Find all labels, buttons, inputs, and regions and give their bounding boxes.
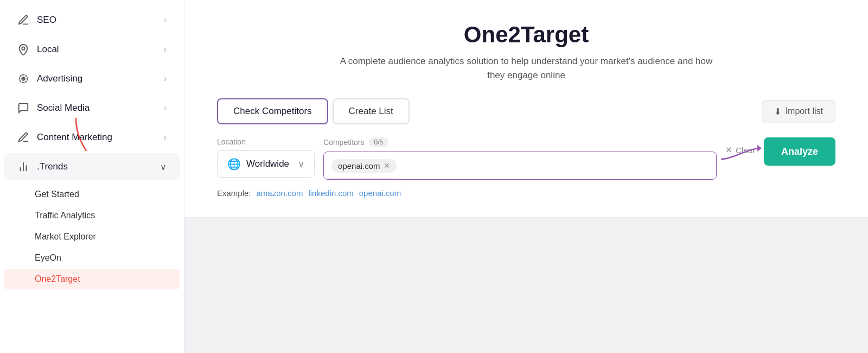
import-list-label: Import list — [786, 106, 823, 116]
competitor-tag-openai: openai.com ✕ — [331, 159, 397, 173]
clear-button[interactable]: ✕ Clear — [725, 137, 755, 155]
example-link-amazon[interactable]: amazon.com — [257, 188, 303, 198]
local-icon — [17, 43, 29, 55]
trends-subnav: Get Started Traffic Analytics Market Exp… — [0, 181, 184, 292]
advertising-icon — [17, 73, 29, 85]
competitors-label-row: Competitors 0/5 — [323, 137, 717, 147]
tab-create-list[interactable]: Create List — [333, 98, 410, 124]
social-media-label: Social Media — [37, 103, 90, 114]
sidebar-item-social-media[interactable]: Social Media › — [4, 94, 180, 122]
import-list-button[interactable]: ⬇ Import list — [762, 100, 835, 123]
examples-row: Example: amazon.com linkedin.com openai.… — [217, 188, 835, 198]
trends-chevron: ∨ — [160, 162, 167, 172]
sidebar: SEO › Local › Advertising › — [0, 0, 184, 353]
tab-check-competitors[interactable]: Check Competitors — [217, 98, 328, 124]
sidebar-item-eyeon[interactable]: EyeOn — [4, 248, 180, 268]
sidebar-item-content-marketing[interactable]: Content Marketing › — [4, 124, 180, 151]
sidebar-item-traffic-analytics[interactable]: Traffic Analytics — [4, 205, 180, 226]
sidebar-item-market-explorer[interactable]: Market Explorer — [4, 226, 180, 247]
clear-icon: ✕ — [725, 145, 732, 155]
tabs-row: Check Competitors Create List ⬇ Import l… — [217, 98, 835, 124]
location-dropdown[interactable]: 🌐 Worldwide ∨ — [217, 150, 315, 178]
location-chevron-icon: ∨ — [298, 159, 304, 170]
clear-label: Clear — [736, 146, 755, 155]
trends-icon — [17, 161, 29, 173]
tab-group: Check Competitors Create List — [217, 98, 410, 124]
analyze-button[interactable]: Analyze — [764, 137, 835, 166]
sidebar-item-seo[interactable]: SEO › — [4, 7, 180, 34]
content-marketing-label: Content Marketing — [37, 132, 112, 143]
content-marketing-chevron: › — [164, 133, 167, 142]
trends-label: .Trends — [37, 161, 68, 172]
examples-label: Example: — [217, 188, 251, 198]
form-row: Location 🌐 Worldwide ∨ Competitors 0/5 o… — [217, 137, 835, 180]
page-title: One2Target — [217, 22, 835, 48]
main-content: One2Target A complete audience analytics… — [184, 0, 868, 353]
bottom-section — [184, 218, 868, 353]
location-field-group: Location 🌐 Worldwide ∨ — [217, 137, 315, 178]
sidebar-item-one2target[interactable]: One2Target — [4, 269, 180, 289]
hero-section: One2Target A complete audience analytics… — [184, 0, 868, 218]
content-marketing-icon — [17, 131, 29, 143]
competitor-tag-label: openai.com — [338, 161, 380, 171]
local-label: Local — [37, 44, 59, 55]
competitors-field-group: Competitors 0/5 openai.com ✕ — [323, 137, 717, 180]
globe-icon: 🌐 — [227, 157, 241, 171]
advertising-label: Advertising — [37, 73, 82, 84]
social-media-icon — [17, 102, 29, 114]
social-media-chevron: › — [164, 103, 167, 113]
sidebar-item-get-started[interactable]: Get Started — [4, 184, 180, 205]
example-link-linkedin[interactable]: linkedin.com — [308, 188, 353, 198]
seo-label: SEO — [37, 15, 56, 26]
svg-marker-8 — [757, 145, 762, 152]
advertising-chevron: › — [164, 74, 167, 84]
page-subtitle: A complete audience analytics solution t… — [336, 54, 716, 82]
import-icon: ⬇ — [774, 106, 781, 117]
seo-chevron: › — [164, 15, 167, 25]
example-link-openai[interactable]: openai.com — [359, 188, 401, 198]
seo-icon — [17, 14, 29, 26]
location-label: Location — [217, 137, 315, 146]
sidebar-item-local[interactable]: Local › — [4, 36, 180, 63]
location-value: Worldwide — [246, 159, 289, 169]
competitors-input[interactable]: openai.com ✕ — [323, 152, 717, 180]
competitors-badge: 0/5 — [369, 137, 389, 147]
sidebar-item-advertising[interactable]: Advertising › — [4, 65, 180, 92]
competitor-tag-close-icon[interactable]: ✕ — [384, 162, 390, 169]
sidebar-item-trends[interactable]: .Trends ∨ — [4, 153, 180, 180]
local-chevron: › — [164, 45, 167, 54]
svg-point-0 — [22, 47, 25, 50]
competitors-label: Competitors — [323, 138, 364, 147]
svg-point-3 — [23, 78, 24, 79]
